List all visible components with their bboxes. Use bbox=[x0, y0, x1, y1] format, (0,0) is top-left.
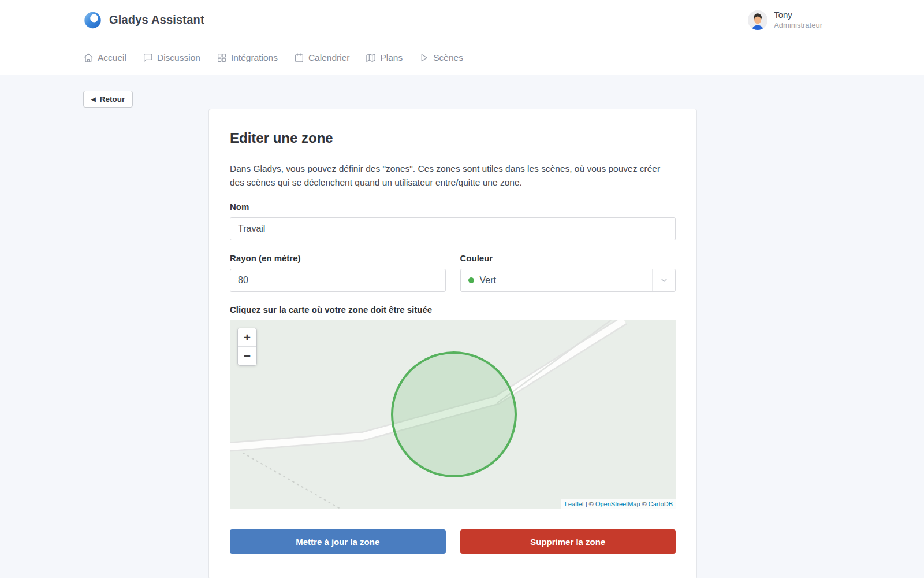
nav-label: Intégrations bbox=[231, 53, 278, 63]
nav-label: Accueil bbox=[98, 53, 126, 63]
app-header: Gladys Assistant Tony Administrateur bbox=[0, 0, 924, 40]
app-title: Gladys Assistant bbox=[109, 13, 204, 27]
color-value: Vert bbox=[480, 275, 496, 286]
user-name: Tony bbox=[774, 10, 822, 21]
back-arrow-icon: ◀ bbox=[91, 96, 96, 102]
back-label: Retour bbox=[100, 95, 125, 103]
cartodb-link[interactable]: CartoDB bbox=[649, 501, 673, 507]
nav-label: Plans bbox=[380, 53, 403, 63]
map-canvas bbox=[230, 320, 676, 509]
message-icon bbox=[143, 53, 153, 63]
nav-label: Scènes bbox=[433, 53, 463, 63]
map-dotted-path bbox=[243, 453, 344, 509]
color-dot-icon bbox=[468, 277, 474, 283]
main-nav: Accueil Discussion Intégrations bbox=[0, 40, 924, 75]
color-select[interactable]: Vert bbox=[460, 269, 676, 292]
nav-item-plans[interactable]: Plans bbox=[366, 53, 403, 63]
nav-label: Discussion bbox=[157, 53, 200, 63]
user-avatar bbox=[748, 10, 767, 30]
nav-item-scenes[interactable]: Scènes bbox=[419, 53, 463, 63]
brand-link[interactable]: Gladys Assistant bbox=[83, 10, 204, 29]
page: Gladys Assistant Tony Administrateur bbox=[0, 0, 924, 578]
map-instruction-label: Cliquez sur la carte où votre zone doit … bbox=[230, 305, 676, 314]
map-attribution: Leaflet | © OpenStreetMap © CartoDB bbox=[561, 499, 676, 509]
delete-zone-button[interactable]: Supprimer la zone bbox=[460, 529, 676, 554]
page-title: Editer une zone bbox=[230, 130, 676, 146]
zone-map[interactable]: + − Leaflet | © OpenStreetMap © CartoDB bbox=[230, 320, 676, 509]
attribution-divider: | bbox=[586, 501, 587, 507]
update-zone-button[interactable]: Mettre à jour la zone bbox=[230, 529, 446, 554]
edit-zone-card: Editer une zone Dans Gladys, vous pouvez… bbox=[208, 109, 697, 578]
grid-icon bbox=[217, 53, 227, 63]
play-icon bbox=[419, 53, 429, 63]
zoom-in-button[interactable]: + bbox=[238, 328, 256, 347]
user-role: Administrateur bbox=[774, 21, 822, 30]
map-icon bbox=[366, 53, 376, 63]
copyright-sign: © bbox=[589, 501, 594, 507]
map-secondary-path bbox=[497, 320, 611, 403]
calendar-icon bbox=[294, 53, 304, 63]
back-button[interactable]: ◀ Retour bbox=[83, 91, 133, 108]
nav-label: Calendrier bbox=[308, 53, 350, 63]
zone-description: Dans Gladys, vous pouvez définir des "zo… bbox=[230, 162, 676, 190]
home-icon bbox=[83, 53, 94, 63]
nav-item-integrations[interactable]: Intégrations bbox=[217, 53, 278, 63]
gladys-logo-icon bbox=[83, 10, 102, 29]
zoom-out-button[interactable]: − bbox=[238, 347, 256, 365]
zone-circle bbox=[392, 353, 516, 476]
nav-item-discussion[interactable]: Discussion bbox=[143, 53, 200, 63]
osm-link[interactable]: OpenStreetMap bbox=[595, 501, 640, 507]
radius-input[interactable] bbox=[230, 269, 446, 292]
copyright-sign: © bbox=[642, 501, 647, 507]
nav-item-calendrier[interactable]: Calendrier bbox=[294, 53, 350, 63]
name-input[interactable] bbox=[230, 217, 676, 240]
color-label: Couleur bbox=[460, 253, 676, 263]
nav-item-accueil[interactable]: Accueil bbox=[83, 53, 126, 63]
map-zoom-control: + − bbox=[237, 328, 257, 366]
user-menu[interactable]: Tony Administrateur bbox=[748, 10, 841, 30]
leaflet-link[interactable]: Leaflet bbox=[565, 501, 584, 507]
radius-label: Rayon (en mètre) bbox=[230, 253, 446, 263]
name-label: Nom bbox=[230, 202, 676, 212]
chevron-down-icon bbox=[652, 269, 675, 291]
